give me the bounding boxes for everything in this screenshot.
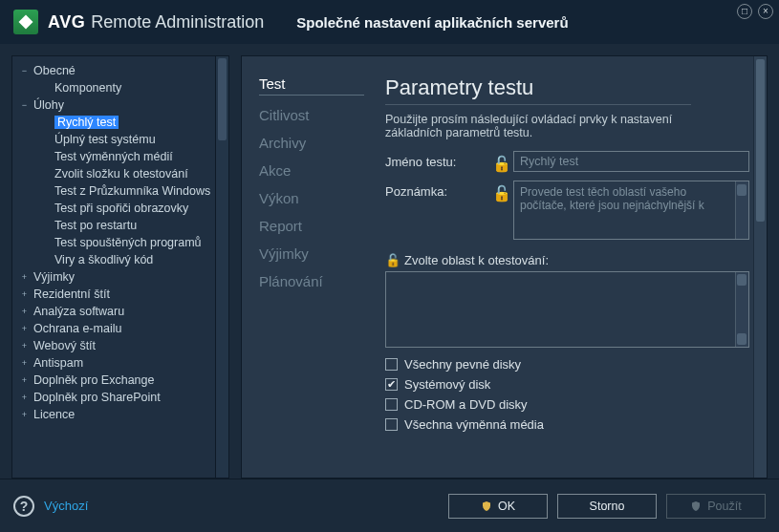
- tree-node-label: Rezidentní štít: [33, 287, 110, 301]
- tree-node[interactable]: Komponenty: [12, 79, 215, 96]
- tree-node-label: Úplný test systému: [54, 133, 156, 146]
- tree-node[interactable]: −Úlohy: [12, 96, 215, 114]
- checkbox[interactable]: [385, 418, 398, 431]
- tree-node-label: Výjimky: [33, 270, 75, 284]
- expand-icon[interactable]: +: [20, 376, 29, 385]
- shield-icon: [481, 500, 492, 512]
- check-option[interactable]: ✔Systémový disk: [385, 377, 749, 392]
- tab-akce[interactable]: Akce: [259, 162, 364, 179]
- window-close-icon[interactable]: ×: [758, 4, 773, 19]
- collapse-icon[interactable]: −: [20, 67, 29, 75]
- tree-node-label: Ochrana e-mailu: [33, 322, 121, 335]
- checkbox[interactable]: [385, 358, 398, 371]
- tree-scrollbar[interactable]: [215, 56, 228, 478]
- scan-area-label: Zvolte oblast k otestování:: [404, 253, 549, 267]
- shield-icon: [690, 500, 702, 512]
- check-option[interactable]: Všechny pevné disky: [385, 357, 749, 372]
- tab-citlivost[interactable]: Citlivost: [259, 107, 364, 123]
- expand-icon[interactable]: +: [20, 342, 29, 351]
- section-subtitle: Použijte prosím následující ovládací prv…: [385, 113, 710, 139]
- check-option[interactable]: Všechna výměnná média: [385, 417, 749, 432]
- tree-node[interactable]: Test výměnných médií: [12, 148, 215, 165]
- tree-node-label: Test spouštěných programů: [54, 236, 202, 249]
- expand-icon[interactable]: +: [20, 273, 29, 282]
- tree-node[interactable]: Viry a škodlivý kód: [12, 251, 215, 268]
- content-scroll-thumb[interactable]: [756, 59, 765, 222]
- expand-icon[interactable]: +: [20, 359, 29, 368]
- section-title: Parametry testu: [385, 75, 691, 105]
- tree-node-label: Test po restartu: [54, 219, 137, 232]
- tree-node[interactable]: +Licence: [12, 406, 215, 423]
- note-textarea[interactable]: Provede test těch oblastí vašeho počítač…: [513, 181, 749, 240]
- cancel-button[interactable]: Storno: [557, 494, 657, 519]
- expand-icon[interactable]: +: [20, 308, 29, 316]
- check-label: CD-ROM a DVD disky: [404, 397, 528, 412]
- tab-list: TestCitlivostArchivyAkceVýkonReportVýjim…: [259, 75, 364, 468]
- lock-icon[interactable]: 🔓: [492, 151, 506, 173]
- brand-minor: Remote Administration: [91, 12, 264, 32]
- ok-button[interactable]: OK: [448, 494, 548, 519]
- titlebar: AVG Remote Administration Společné nasta…: [0, 0, 779, 44]
- tree-node[interactable]: +Doplněk pro Exchange: [12, 372, 215, 389]
- tree-node[interactable]: +Rezidentní štít: [12, 286, 215, 303]
- tree-node[interactable]: Úplný test systému: [12, 131, 215, 148]
- settings-tree-panel: −ObecnéKomponenty−ÚlohyRychlý testÚplný …: [11, 55, 229, 479]
- expand-icon[interactable]: +: [20, 394, 29, 402]
- check-label: Všechna výměnná média: [404, 417, 544, 432]
- expand-icon[interactable]: +: [20, 325, 29, 333]
- checkbox[interactable]: ✔: [385, 378, 398, 391]
- tree-node-label: Obecné: [33, 64, 76, 77]
- tab-test[interactable]: Test: [259, 75, 364, 96]
- tree-node[interactable]: Test spouštěných programů: [12, 234, 215, 251]
- tree-node[interactable]: Rychlý test: [12, 114, 215, 131]
- lock-icon[interactable]: 🔓: [385, 253, 400, 267]
- expand-icon[interactable]: +: [20, 411, 29, 419]
- tree-node-label: Test při spořiči obrazovky: [54, 202, 188, 215]
- collapse-icon[interactable]: −: [20, 101, 29, 110]
- tab-report[interactable]: Report: [259, 218, 364, 234]
- tree-node-label: Doplněk pro SharePoint: [33, 391, 161, 404]
- expand-icon[interactable]: +: [20, 290, 29, 299]
- tree-node-label: Licence: [33, 408, 75, 421]
- tab-archivy[interactable]: Archivy: [259, 135, 364, 151]
- window-maximize-icon[interactable]: □: [737, 4, 752, 19]
- note-scroll-thumb[interactable]: [737, 184, 747, 196]
- tree-node[interactable]: +Antispam: [12, 354, 215, 372]
- check-option[interactable]: CD-ROM a DVD disky: [385, 397, 749, 412]
- checkbox[interactable]: [385, 398, 398, 411]
- tree-node[interactable]: +Výjimky: [12, 268, 215, 286]
- content-scrollbar[interactable]: [753, 56, 767, 478]
- settings-tree[interactable]: −ObecnéKomponenty−ÚlohyRychlý testÚplný …: [12, 56, 215, 478]
- footer: ? Výchozí OK Storno Použít: [0, 479, 779, 532]
- tree-node-label: Test z Průzkumníka Windows: [54, 184, 210, 198]
- tree-node-label: Viry a škodlivý kód: [54, 253, 153, 266]
- tree-node-label: Úlohy: [33, 98, 64, 112]
- tree-node[interactable]: +Analýza softwaru: [12, 303, 215, 320]
- tree-node[interactable]: Zvolit složku k otestování: [12, 165, 215, 182]
- restore-defaults-link[interactable]: Výchozí: [44, 499, 88, 513]
- content-panel: TestCitlivostArchivyAkceVýkonReportVýjim…: [241, 55, 768, 479]
- tree-node-label: Komponenty: [54, 81, 121, 95]
- note-label: Poznámka:: [385, 181, 485, 199]
- tree-node[interactable]: +Ochrana e-mailu: [12, 320, 215, 337]
- form-area: Parametry testu Použijte prosím následuj…: [385, 75, 749, 468]
- tree-node[interactable]: +Doplněk pro SharePoint: [12, 389, 215, 406]
- tree-node[interactable]: Test z Průzkumníka Windows: [12, 182, 215, 200]
- tab-plánování[interactable]: Plánování: [259, 273, 364, 289]
- tree-node[interactable]: −Obecné: [12, 62, 215, 79]
- tab-výjimky[interactable]: Výjimky: [259, 245, 364, 262]
- tree-node[interactable]: Test při spořiči obrazovky: [12, 200, 215, 217]
- listbox-scroll-up[interactable]: [737, 274, 747, 286]
- tree-node-label: Zvolit složku k otestování: [54, 167, 188, 181]
- tree-node[interactable]: Test po restartu: [12, 217, 215, 234]
- apply-button[interactable]: Použít: [666, 494, 766, 519]
- tab-výkon[interactable]: Výkon: [259, 190, 364, 206]
- test-name-input[interactable]: [513, 151, 749, 172]
- listbox-scroll-down[interactable]: [737, 333, 747, 345]
- brand-major: AVG: [48, 12, 85, 32]
- scan-area-listbox[interactable]: [385, 271, 749, 348]
- tree-node[interactable]: +Webový štít: [12, 337, 215, 354]
- lock-icon[interactable]: 🔓: [492, 181, 506, 202]
- tree-scroll-thumb[interactable]: [218, 58, 227, 140]
- help-icon[interactable]: ?: [13, 496, 34, 517]
